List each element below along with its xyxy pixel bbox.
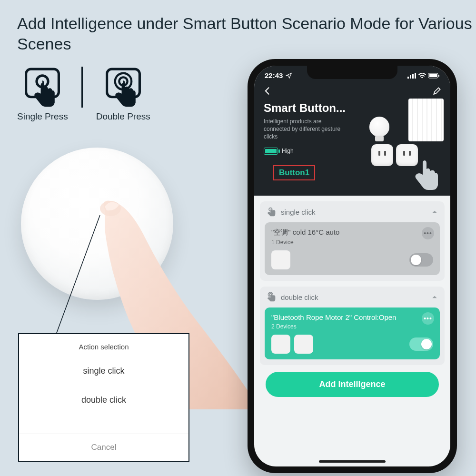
action-selection-popup: Action selection single click double cli…: [18, 333, 189, 462]
double-click-toggle[interactable]: [409, 337, 433, 351]
back-icon[interactable]: [263, 86, 272, 96]
device-thumb: [294, 335, 313, 354]
phone-screen: 22:43 Smart Button... Intelligent produc…: [254, 66, 450, 466]
signal-icon: [407, 73, 416, 79]
card-title: "空调" cold 16°C auto: [271, 228, 433, 237]
smart-button-device: [21, 148, 173, 300]
press-icons-row: Single Press Double Press: [17, 67, 150, 122]
double-click-label: double click: [281, 293, 318, 301]
svg-rect-7: [407, 77, 409, 79]
single-press-icon: [22, 67, 63, 108]
battery-status-icon: [428, 73, 440, 79]
home-indicator[interactable]: [319, 460, 386, 463]
phone-frame: 22:43 Smart Button... Intelligent produc…: [248, 59, 457, 473]
tap-icon: [267, 207, 276, 217]
actions-list: single click ••• "空调" cold 16°C auto 1 D…: [254, 201, 450, 397]
double-press-label: Double Press: [96, 111, 150, 122]
single-press-col: Single Press: [17, 67, 68, 122]
single-press-label: Single Press: [17, 111, 68, 122]
wifi-icon: [418, 73, 426, 79]
add-intelligence-button[interactable]: Add intelligence: [266, 372, 439, 397]
svg-rect-9: [412, 74, 414, 79]
popup-option-double[interactable]: double click: [19, 386, 188, 415]
popup-cancel[interactable]: Cancel: [19, 434, 188, 461]
single-click-toggle[interactable]: [409, 253, 433, 267]
double-click-section: double click ••• "Bluetooth Rope Motor 2…: [260, 287, 445, 365]
plug-illustration: [371, 144, 393, 166]
location-icon: [286, 72, 292, 79]
popup-option-single[interactable]: single click: [19, 357, 188, 386]
double-click-header[interactable]: double click: [260, 287, 445, 307]
app-subtitle: Intelligent products are connected by di…: [264, 118, 345, 141]
phone-notch: [307, 66, 397, 79]
svg-line-14: [434, 94, 436, 94]
edit-icon[interactable]: [432, 86, 442, 96]
popup-title: Action selection: [19, 334, 188, 357]
pointing-hand-icon: [411, 158, 440, 191]
hero-graphics: [348, 100, 444, 191]
card-title: "Bluetooth Rope Motor 2" Control:Open: [271, 313, 433, 321]
device-battery-label: High: [282, 148, 294, 154]
svg-rect-8: [410, 75, 411, 79]
bulb-illustration: [369, 117, 389, 137]
double-click-card[interactable]: ••• "Bluetooth Rope Motor 2" Control:Ope…: [265, 307, 440, 359]
button1-tab[interactable]: Button1: [273, 165, 315, 180]
app-header-panel: 22:43 Smart Button... Intelligent produc…: [254, 66, 450, 196]
single-click-card[interactable]: ••• "空调" cold 16°C auto 1 Device: [265, 222, 440, 275]
device-thumb: [271, 250, 290, 269]
svg-rect-13: [438, 75, 439, 77]
page-heading: Add Intelligence under Smart Button Scen…: [17, 13, 476, 54]
press-divider: [81, 67, 83, 108]
svg-rect-12: [429, 74, 437, 77]
curtain-illustration: [408, 99, 444, 141]
single-click-label: single click: [281, 208, 316, 216]
single-click-header[interactable]: single click: [260, 201, 445, 222]
card-subtitle: 2 Devices: [271, 323, 433, 330]
double-press-icon: [103, 67, 144, 108]
more-icon[interactable]: •••: [422, 227, 434, 239]
single-click-section: single click ••• "空调" cold 16°C auto 1 D…: [260, 201, 445, 281]
double-press-col: Double Press: [96, 67, 150, 122]
double-tap-icon: [267, 292, 276, 302]
collapse-icon: [431, 208, 438, 215]
device-battery-icon: [264, 148, 278, 155]
device-thumb: [271, 335, 290, 354]
status-time: 22:43: [265, 71, 283, 79]
card-subtitle: 1 Device: [271, 239, 433, 246]
collapse-icon: [431, 294, 438, 300]
svg-rect-10: [415, 73, 416, 79]
